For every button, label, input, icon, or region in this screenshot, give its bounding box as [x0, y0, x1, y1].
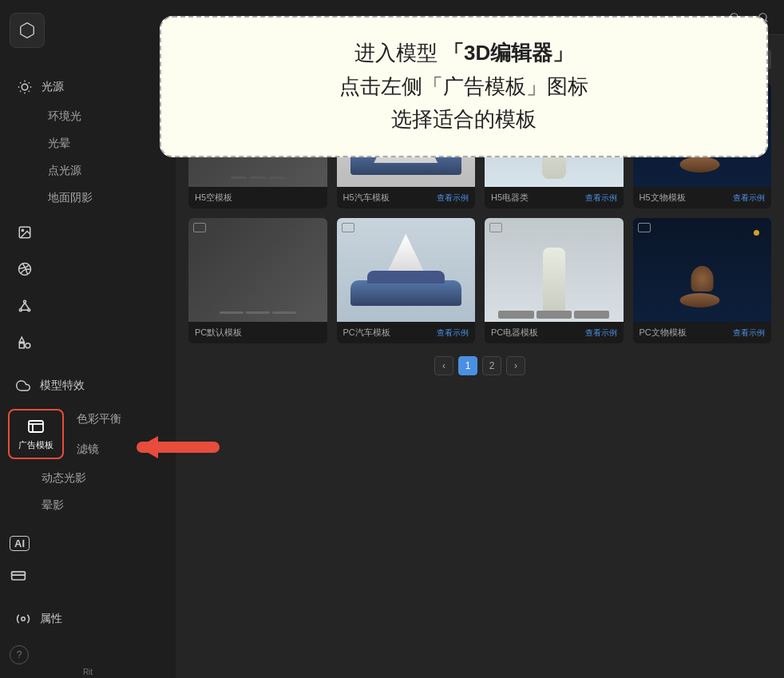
template-footer-8: PC文物模板 查看示例: [633, 322, 772, 343]
sidebar-item-signal[interactable]: [6, 252, 169, 286]
template-footer-7: PC电器模板 查看示例: [485, 322, 624, 343]
sidebar-item-shapes[interactable]: [6, 326, 169, 359]
dynamic-light[interactable]: 动态光影: [35, 466, 176, 491]
next-page-btn[interactable]: ›: [506, 356, 525, 375]
signal-icon: [16, 260, 34, 278]
template-card-7[interactable]: PC电器模板 查看示例: [485, 218, 624, 343]
point-light[interactable]: 点光源: [42, 158, 169, 184]
monitor-device-icon-5: [193, 223, 206, 232]
sidebar-item-ad-template[interactable]: 广告模板: [8, 409, 64, 459]
monitor-device-icon-6: [342, 223, 354, 232]
template-card-8[interactable]: PC文物模板 查看示例: [633, 218, 772, 343]
template-name-7: PC电器模板: [491, 327, 538, 339]
sidebar-item-storage[interactable]: [0, 559, 176, 593]
template-name-6: PC汽车模板: [343, 327, 390, 339]
sidebar-item-ai[interactable]: AI: [0, 528, 176, 559]
svg-point-10: [22, 229, 23, 231]
svg-rect-20: [29, 421, 43, 432]
ai-label: AI: [10, 536, 30, 551]
rit-label: Rit: [10, 668, 166, 676]
template-preview-7[interactable]: 查看示例: [585, 327, 617, 339]
svg-point-12: [24, 300, 26, 303]
template-thumb-5: [188, 218, 327, 322]
template-preview-6[interactable]: 查看示例: [437, 327, 469, 339]
template-preview-8[interactable]: 查看示例: [733, 327, 765, 339]
cloud-icon: [14, 377, 32, 395]
svg-rect-18: [19, 343, 24, 348]
template-preview-3[interactable]: 查看示例: [585, 192, 617, 204]
monitor-device-icon-7: [489, 223, 502, 232]
svg-line-4: [29, 91, 30, 92]
page-1-btn[interactable]: 1: [458, 356, 477, 375]
light-sub-items: 环境光 光晕 点光源 地面阴影: [6, 104, 169, 211]
thumb-bars-5: [202, 311, 313, 314]
page-2-btn[interactable]: 2: [482, 356, 501, 375]
svg-rect-24: [12, 572, 26, 575]
sidebar-item-image[interactable]: [6, 216, 169, 249]
template-name-1: H5空模板: [195, 192, 232, 204]
pagination: ‹ 1 2 ›: [188, 356, 771, 375]
annotation-line3: 选择适合的模板: [391, 107, 537, 131]
ad-template-icon: [26, 417, 46, 436]
sun-icon: [16, 78, 34, 96]
template-footer-2: H5汽车模板 查看示例: [337, 187, 476, 208]
sidebar-item-model-effect[interactable]: 模型特效: [0, 369, 176, 402]
annotation-line1: 进入模型 「3D编辑器」: [354, 41, 573, 65]
bloom-light[interactable]: 光晕: [42, 131, 169, 157]
thumb-dots-1: [231, 176, 285, 179]
ground-shadow[interactable]: 地面阴影: [42, 185, 169, 211]
template-preview-2[interactable]: 查看示例: [437, 192, 469, 204]
svg-point-0: [22, 84, 28, 90]
svg-point-25: [22, 617, 26, 621]
annotation-box: 进入模型 「3D编辑器」 点击左侧「广告模板」图标 选择适合的模板: [160, 16, 768, 157]
image-icon: [16, 224, 34, 241]
template-footer-3: H5电器类 查看示例: [485, 187, 624, 208]
template-footer-4: H5文物模板 查看示例: [633, 187, 772, 208]
svg-line-16: [25, 303, 29, 309]
halo[interactable]: 晕影: [35, 493, 176, 518]
star-deco-8: [754, 230, 759, 236]
filter[interactable]: 滤镜: [77, 437, 128, 462]
template-thumb-6: [337, 218, 476, 322]
logo-icon[interactable]: [10, 13, 45, 48]
nodes-icon: [16, 297, 34, 315]
selector-btns-7: [498, 311, 609, 319]
template-card-5[interactable]: PC默认模板: [188, 218, 327, 343]
sidebar: 光源 环境光 光晕 点光源 地面阴影: [0, 0, 176, 678]
effects-sub-items: 动态光影 晕影: [0, 466, 176, 518]
color-balance[interactable]: 色彩平衡: [77, 406, 128, 432]
template-thumb-8: [633, 218, 772, 322]
sidebar-effects-group: 色彩平衡 滤镜: [72, 406, 128, 462]
template-preview-4[interactable]: 查看示例: [733, 192, 765, 204]
ad-template-label: 广告模板: [18, 439, 53, 451]
svg-line-7: [20, 91, 21, 92]
template-footer-1: H5空模板: [188, 187, 327, 208]
prev-page-btn[interactable]: ‹: [434, 356, 453, 375]
svg-line-15: [21, 303, 25, 309]
sidebar-item-light[interactable]: 光源: [6, 70, 169, 104]
car-shape-6: [350, 280, 461, 306]
sidebar-nav: 光源 环境光 光晕 点光源 地面阴影: [0, 70, 176, 359]
sidebar-item-nodes[interactable]: [6, 289, 169, 323]
sidebar-item-attributes[interactable]: 属性: [0, 602, 176, 636]
svg-line-3: [20, 82, 21, 83]
storage-icon: [10, 567, 27, 585]
svg-point-19: [26, 343, 30, 348]
help-icon[interactable]: ?: [10, 645, 29, 664]
light-source-section: 光源 环境光 光晕 点光源 地面阴影: [6, 70, 169, 211]
app-container: 光源 环境光 光晕 点光源 地面阴影: [0, 0, 784, 678]
template-footer-5: PC默认模板: [188, 322, 327, 343]
template-name-8: PC文物模板: [639, 327, 687, 339]
monitor-device-icon-8: [638, 223, 651, 232]
attributes-label: 属性: [40, 612, 62, 626]
template-thumb-7: [485, 218, 624, 322]
template-card-6[interactable]: PC汽车模板 查看示例: [337, 218, 476, 343]
light-label: 光源: [42, 80, 64, 94]
ambient-light[interactable]: 环境光: [42, 104, 169, 129]
sidebar-bottom: ? Rit: [0, 636, 176, 678]
svg-line-8: [29, 82, 30, 83]
buddha-shape-8: [680, 266, 724, 315]
model-effect-label: 模型特效: [40, 379, 85, 393]
attributes-icon: [14, 610, 32, 628]
appliance-shape-7: [543, 248, 565, 315]
